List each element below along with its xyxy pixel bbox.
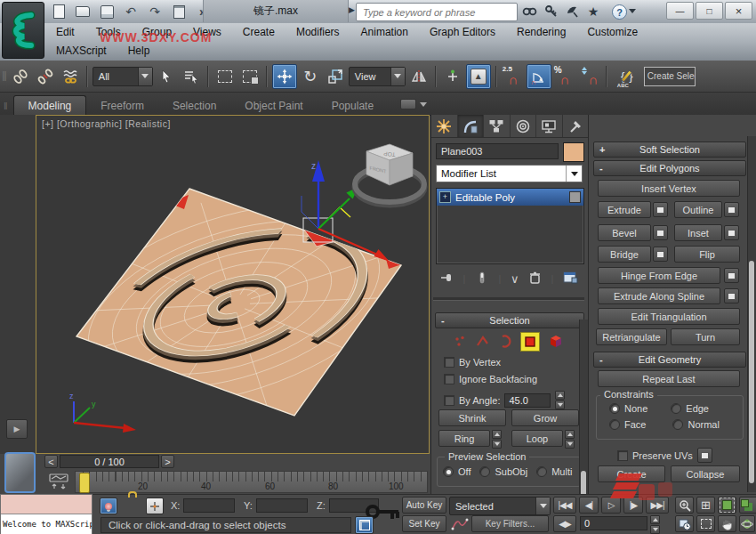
next-frame-button[interactable]: > [161,455,174,468]
rectangular-selection-region-icon[interactable] [213,65,237,88]
dropdown-arrow-icon[interactable] [390,68,405,85]
infocenter-search[interactable] [356,3,518,21]
rollout-edit-polygons[interactable]: -Edit Polygons [593,160,746,176]
grow-button[interactable]: Grow [511,409,579,426]
edge-subobject-icon[interactable] [476,335,489,350]
stack-onoff-icon[interactable] [569,191,581,203]
border-subobject-icon[interactable] [498,335,511,350]
go-to-start-button[interactable]: |◀◀ [553,497,576,514]
go-to-end-button[interactable]: ▶▶| [646,497,669,514]
transform-typein-mode-icon[interactable] [146,498,164,514]
extrude-along-spline-button[interactable]: Extrude Along Spline [598,287,720,304]
window-crossing-icon[interactable] [238,65,261,88]
make-unique-icon[interactable]: ∨ [511,272,519,286]
subscription-key-icon[interactable] [542,3,561,20]
by-angle-checkbox[interactable]: By Angle: 45.0 [444,391,565,409]
maximize-button[interactable]: □ [696,2,723,20]
ribbon-tab-freeform[interactable]: Freeform [86,96,158,115]
mirror-icon[interactable] [407,65,430,88]
bridge-button[interactable]: Bridge [598,246,651,263]
open-file-button[interactable] [72,3,93,20]
object-color-swatch[interactable] [563,142,584,162]
time-slider-ruler[interactable]: 0 20 40 60 80 100 [75,471,428,493]
menu-edit[interactable]: Edit [46,23,84,41]
preview-multi-radio[interactable]: Multi [536,466,572,477]
select-and-move-icon[interactable] [272,64,297,89]
keyboard-shortcut-override-icon[interactable]: ▲ [466,64,491,89]
menu-modifiers[interactable]: Modifiers [286,23,350,41]
outline-button[interactable]: Outline [674,201,722,218]
communication-center-icon[interactable] [563,3,583,20]
time-slider-handle[interactable] [79,473,90,493]
rollout-soft-selection[interactable]: +Soft Selection [593,142,746,158]
outline-settings-button[interactable] [724,202,739,217]
listener-pane[interactable]: Welcome to MAXScript [1,514,92,534]
collapse-button[interactable]: Collapse [671,465,740,482]
tab-motion-icon[interactable] [511,115,537,137]
edit-triangulation-button[interactable]: Edit Triangulation [598,308,740,325]
angle-value-field[interactable]: 45.0 [504,393,551,408]
key-mode-dropdown[interactable]: Selected [449,497,551,515]
polygon-subobject-icon[interactable] [520,332,540,352]
show-end-result-icon[interactable] [475,271,489,287]
ribbon-tab-populate[interactable]: Populate [318,96,388,115]
insert-vertex-button[interactable]: Insert Vertex [598,180,740,197]
turn-button[interactable]: Turn [671,328,740,345]
ribbon-drag-handle[interactable]: ‖ [4,101,8,111]
rollout-edit-geometry[interactable]: -Edit Geometry [593,352,746,368]
menu-maxscript[interactable]: MAXScript [46,42,117,60]
panel-scrollbar[interactable] [747,136,756,492]
zoom-all-icon[interactable]: ⊞ [696,497,715,514]
previous-frame-button[interactable]: < [44,455,58,468]
ring-spinner[interactable] [492,430,502,449]
angle-spinner[interactable] [555,391,565,409]
current-frame-field[interactable]: 0 [580,516,647,530]
ribbon-tab-object-paint[interactable]: Object Paint [230,96,317,115]
constraint-edge-radio[interactable]: Edge [671,403,709,414]
bevel-settings-button[interactable] [653,225,668,240]
menu-customize[interactable]: Customize [577,23,647,41]
object-name-field[interactable]: Plane003 [436,143,559,159]
flip-button[interactable]: Flip [674,246,740,263]
bridge-settings-button[interactable] [653,247,668,262]
viewport-label[interactable]: [+] [Orthographic] [Realistic] [42,118,171,129]
help-dropdown-icon[interactable] [629,9,636,13]
preview-subobj-radio[interactable]: SubObj [479,466,527,477]
viewport-layout-tab-button[interactable] [4,452,36,493]
select-by-name-icon[interactable] [180,65,203,88]
pin-stack-icon[interactable] [439,271,454,287]
dropdown-arrow-icon[interactable] [138,68,152,85]
ignore-backfacing-checkbox[interactable]: Ignore Backfacing [444,374,537,384]
x-coordinate-field[interactable] [183,498,235,513]
help-icon[interactable]: ? [612,4,627,20]
named-selection-sets-icon[interactable]: { } ABC [612,65,642,88]
inset-button[interactable]: Inset [674,224,722,241]
y-coordinate-field[interactable] [256,498,308,513]
project-toggle-button[interactable] [168,3,189,20]
by-vertex-checkbox[interactable]: By Vertex [444,357,501,368]
bevel-button[interactable]: Bevel [598,224,651,241]
previous-frame-button[interactable]: ◀| [579,497,599,514]
menu-animation[interactable]: Animation [351,23,418,41]
tab-hierarchy-icon[interactable] [484,115,511,137]
select-and-manipulate-icon[interactable] [441,65,464,88]
menu-create[interactable]: Create [233,23,285,41]
element-subobject-icon[interactable] [549,334,564,350]
macro-recorder-pane[interactable] [1,495,92,514]
loop-button[interactable]: Loop [511,430,563,447]
close-button[interactable]: × [725,2,752,20]
configure-modifier-sets-icon[interactable] [563,271,579,287]
isolate-selection-icon[interactable] [100,498,117,514]
tab-utilities-icon[interactable] [563,115,589,137]
ring-button[interactable]: Ring [438,430,490,447]
extrude-spline-settings-button[interactable] [724,288,739,303]
expand-panel-button[interactable]: ▶ [6,419,28,439]
trackbar-toggle-icon[interactable] [48,473,69,492]
frame-spinner[interactable] [650,515,660,534]
preview-off-radio[interactable]: Off [443,466,470,477]
search-icon[interactable] [519,3,539,20]
tab-create-icon[interactable] [431,115,458,137]
toolbar-drag-handle[interactable]: ‖ [2,69,7,84]
repeat-last-button[interactable]: Repeat Last [598,370,740,387]
viewport-canvas[interactable]: z y TOP FRONT z y [36,116,429,453]
